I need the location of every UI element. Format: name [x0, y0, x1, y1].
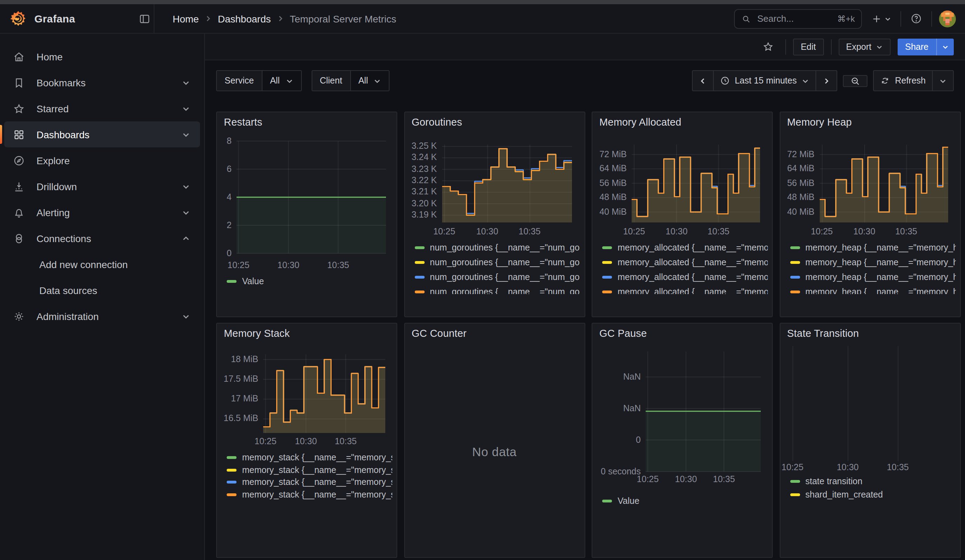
search-field[interactable]: [756, 13, 833, 24]
legend-item[interactable]: memory_allocated {__name__="memo: [602, 272, 768, 283]
y-tick-label: 56 MiB: [593, 178, 627, 188]
sidebar-item-connections[interactable]: Connections: [4, 225, 200, 251]
time-shift-back-button[interactable]: [692, 70, 714, 91]
time-controls: Last 15 minutes Refresh: [692, 70, 954, 91]
refresh-group: Refresh: [873, 70, 954, 91]
share-button-group: Share: [897, 38, 954, 55]
legend-item[interactable]: memory_allocated {__name__="memo: [602, 242, 768, 253]
header-divider: [931, 11, 932, 26]
chevron-up-icon[interactable]: [182, 234, 190, 242]
main-area: Edit Export Share Service All Client All: [205, 34, 965, 560]
x-tick-label: 10:35: [329, 436, 363, 446]
legend-item[interactable]: memory_stack {__name__="memory_s: [227, 477, 392, 488]
legend-item[interactable]: shard_item_created: [790, 489, 955, 500]
legend-item[interactable]: memory_allocated {__name__="memo: [602, 257, 768, 268]
refresh-interval-dropdown[interactable]: [933, 70, 954, 91]
x-tick-label: 10:30: [272, 260, 305, 270]
sidebar-item-bookmarks[interactable]: Bookmarks: [4, 70, 200, 95]
help-icon[interactable]: [908, 11, 924, 27]
sidebar-item-starred[interactable]: Starred: [4, 95, 200, 121]
chevron-down-icon[interactable]: [182, 208, 190, 217]
legend-item[interactable]: memory_heap {__name__="memory_h: [790, 257, 955, 268]
chevron-down-icon[interactable]: [182, 182, 190, 191]
grafana-app: Grafana Home Dashboards Temporal Server …: [0, 0, 965, 560]
chart-plot-area[interactable]: [631, 145, 760, 222]
edit-button[interactable]: Edit: [793, 38, 824, 55]
legend-item[interactable]: num_goroutines {__name__="num_go: [414, 242, 580, 253]
favorite-star-icon[interactable]: [758, 41, 778, 53]
legend-item[interactable]: state transition: [790, 476, 955, 487]
legend-item[interactable]: num_goroutines {__name__="num_go: [414, 286, 580, 294]
drilldown-icon: [11, 180, 27, 193]
chart-plot-area[interactable]: [786, 346, 955, 461]
time-shift-forward-button[interactable]: [816, 70, 837, 91]
grafana-logo-icon[interactable]: [9, 10, 27, 28]
chart-plot-area[interactable]: [263, 354, 385, 433]
x-tick-label: 10:25: [427, 227, 461, 237]
legend-item[interactable]: Value: [227, 276, 392, 287]
sidebar-item-data-sources[interactable]: Data sources: [4, 277, 200, 303]
dashboard-toolbar: Edit Export Share: [205, 34, 965, 60]
chevron-down-icon[interactable]: [182, 130, 190, 139]
sidebar-item-explore[interactable]: Explore: [4, 147, 200, 173]
chevron-down-icon[interactable]: [182, 312, 190, 320]
legend-item[interactable]: memory_heap {__name__="memory_h: [790, 242, 955, 253]
legend-item[interactable]: memory_stack {__name__="memory_s: [227, 464, 392, 475]
legend-item[interactable]: num_goroutines {__name__="num_go: [414, 272, 580, 283]
chart-plot-area[interactable]: [442, 145, 572, 222]
sidebar-item-add-new-connection[interactable]: Add new connection: [4, 251, 200, 277]
breadcrumb-dashboards[interactable]: Dashboards: [218, 13, 271, 24]
avatar[interactable]: [939, 10, 956, 27]
sidebar-item-drilldown[interactable]: Drilldown: [4, 173, 200, 199]
legend-item[interactable]: memory_heap {__name__="memory_h: [790, 272, 955, 283]
x-tick-label: 10:30: [660, 227, 693, 237]
chart-plot-area[interactable]: [646, 351, 761, 472]
sidebar-item-dashboards[interactable]: Dashboards: [4, 121, 200, 147]
bookmark-icon: [11, 76, 27, 89]
add-new-button[interactable]: [869, 11, 893, 26]
legend-label: memory_heap {__name__="memory_h: [805, 287, 955, 294]
legend-item[interactable]: num_goroutines {__name__="num_go: [414, 257, 580, 268]
share-dropdown-button[interactable]: [936, 38, 954, 55]
legend-item[interactable]: memory_stack {__name__="memory_s: [227, 452, 392, 463]
sidebar-item-administration[interactable]: Administration: [4, 303, 200, 329]
legend-label: memory_allocated {__name__="memo: [618, 287, 768, 294]
service-filter-value[interactable]: All: [262, 71, 301, 90]
header-actions: ⌘+k: [734, 9, 965, 28]
window-top-strip: [0, 0, 965, 4]
legend-swatch: [602, 291, 612, 293]
legend-swatch: [227, 493, 237, 496]
legend-item[interactable]: memory_stack {__name__="memory_s: [227, 489, 392, 500]
chevron-down-icon: [374, 77, 381, 85]
chevron-right-icon: [204, 15, 212, 23]
legend-label: memory_stack {__name__="memory_s: [242, 452, 392, 462]
refresh-button[interactable]: Refresh: [873, 70, 933, 91]
dock-menu-icon[interactable]: [138, 12, 151, 25]
x-tick-label: 10:35: [889, 227, 923, 237]
legend-item[interactable]: memory_allocated {__name__="memo: [602, 286, 768, 294]
legend-swatch: [602, 247, 612, 249]
x-tick-label: 10:35: [707, 474, 741, 484]
y-tick-label: 6: [219, 164, 232, 175]
chevron-down-icon[interactable]: [182, 104, 190, 113]
share-button[interactable]: Share: [897, 38, 936, 55]
filter-bar: Service All Client All Last 15 minutes: [216, 70, 954, 91]
sidebar-item-home[interactable]: Home: [4, 44, 200, 70]
chevron-down-icon[interactable]: [182, 78, 190, 87]
legend-label: num_goroutines {__name__="num_go: [430, 272, 580, 282]
breadcrumb-current-page: Temporal Server Metrics: [290, 13, 396, 24]
legend-item[interactable]: Value: [602, 495, 768, 507]
search-input[interactable]: ⌘+k: [734, 9, 862, 28]
breadcrumb-home[interactable]: Home: [173, 13, 199, 24]
zoom-out-button[interactable]: [843, 75, 867, 87]
legend-swatch: [790, 276, 800, 279]
sidebar-item-alerting[interactable]: Alerting: [4, 199, 200, 225]
chart-plot-area[interactable]: [237, 141, 386, 253]
time-range-picker[interactable]: Last 15 minutes: [714, 70, 816, 91]
legend-item[interactable]: memory_heap {__name__="memory_h: [790, 286, 955, 294]
client-filter-value[interactable]: All: [350, 71, 389, 90]
export-button[interactable]: Export: [838, 38, 890, 55]
chart-plot-area[interactable]: [819, 145, 948, 222]
sidebar-item-label: Explore: [36, 155, 200, 166]
y-tick-label: 3.22 K: [405, 175, 437, 186]
